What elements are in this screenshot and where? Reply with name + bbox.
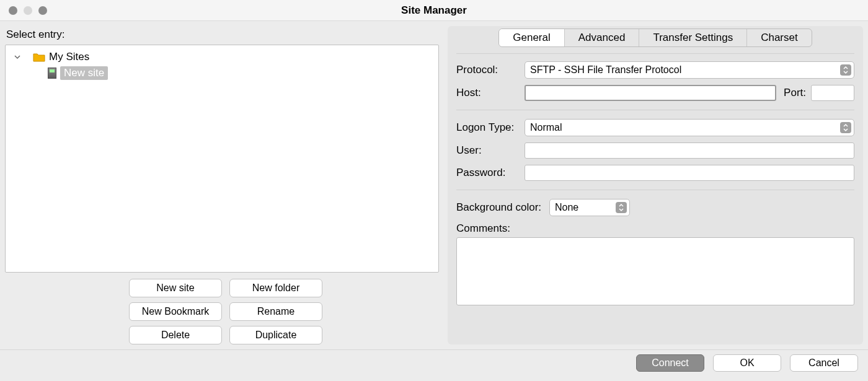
entry-panel: Select entry: My Sites New site New site… [5,26,439,344]
window-title: Site Manager [0,4,868,17]
tab-advanced[interactable]: Advanced [565,29,640,46]
chevron-down-icon[interactable] [14,54,20,60]
rename-button[interactable]: Rename [229,302,322,321]
minimize-window-icon[interactable] [24,6,32,15]
zoom-window-icon[interactable] [38,6,47,15]
tab-bar: General Advanced Transfer Settings Chars… [456,26,854,54]
logon-type-label: Logon Type: [456,121,525,134]
port-label: Port: [784,87,806,99]
delete-button[interactable]: Delete [129,326,222,344]
logon-type-value: Normal [530,122,562,133]
host-input[interactable] [525,85,776,101]
content-area: Select entry: My Sites New site New site… [0,21,868,349]
connect-button[interactable]: Connect [636,354,704,372]
server-icon [48,68,56,79]
tab-segment: General Advanced Transfer Settings Chars… [498,28,812,47]
updown-icon [840,64,851,76]
bg-color-select[interactable]: None [549,199,630,216]
tab-transfer[interactable]: Transfer Settings [639,29,747,46]
user-input[interactable] [525,142,854,159]
root-folder-label[interactable]: My Sites [49,51,89,63]
comments-textarea[interactable] [456,237,854,305]
user-label: User: [456,144,525,157]
password-label: Password: [456,167,525,179]
bg-color-label: Background color: [456,201,549,214]
entry-buttons: New site New folder New Bookmark Rename … [129,279,439,344]
folder-icon [33,52,45,62]
protocol-value: SFTP - SSH File Transfer Protocol [530,64,681,76]
divider [456,110,854,110]
cancel-button[interactable]: Cancel [790,354,858,372]
new-site-button[interactable]: New site [129,279,222,297]
protocol-label: Protocol: [456,64,525,76]
host-label: Host: [456,87,525,99]
password-input[interactable] [525,165,854,181]
window-controls [0,6,47,15]
tab-charset[interactable]: Charset [747,29,812,46]
dialog-footer: Connect OK Cancel [0,349,868,375]
logon-type-select[interactable]: Normal [525,119,854,136]
port-input[interactable] [811,85,854,101]
close-window-icon[interactable] [9,6,17,15]
comments-label: Comments: [456,222,549,235]
updown-icon [840,122,851,133]
titlebar[interactable]: Site Manager [0,0,868,21]
divider [456,190,854,190]
duplicate-button[interactable]: Duplicate [229,326,322,344]
updown-icon [616,202,627,213]
new-folder-button[interactable]: New folder [229,279,322,297]
site-tree[interactable]: My Sites New site [5,45,439,273]
tree-row-root[interactable]: My Sites [6,49,438,65]
select-entry-label: Select entry: [5,26,439,43]
settings-panel: General Advanced Transfer Settings Chars… [448,26,863,344]
bg-color-value: None [555,202,578,213]
general-form: Protocol: SFTP - SSH File Transfer Proto… [456,54,854,309]
tab-general[interactable]: General [499,29,564,46]
protocol-select[interactable]: SFTP - SSH File Transfer Protocol [525,61,854,79]
tree-row-site[interactable]: New site [6,65,438,81]
new-bookmark-button[interactable]: New Bookmark [129,302,222,321]
selected-site-label[interactable]: New site [60,66,108,80]
ok-button[interactable]: OK [713,354,781,372]
